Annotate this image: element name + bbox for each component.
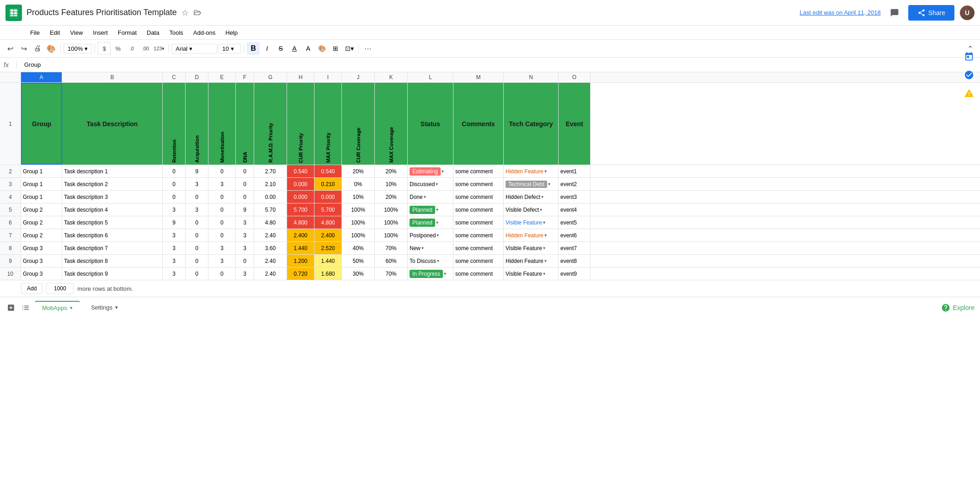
- cell-f2[interactable]: 0: [236, 165, 254, 177]
- cell-d7[interactable]: 0: [186, 229, 208, 241]
- cell-l8[interactable]: New ▾: [408, 242, 453, 254]
- cell-d1[interactable]: Acquisition: [186, 83, 208, 165]
- cell-n6[interactable]: Visible Feature ▾: [504, 216, 559, 229]
- cell-a3[interactable]: Group 1: [21, 178, 62, 190]
- cell-k10[interactable]: 70%: [375, 267, 408, 280]
- cell-i2[interactable]: 0.540: [314, 165, 342, 177]
- star-icon[interactable]: ☆: [181, 8, 189, 18]
- cell-g1[interactable]: R.A.M.D. Priority: [254, 83, 287, 165]
- menu-view[interactable]: View: [65, 27, 87, 38]
- cell-n4[interactable]: Hidden Defect ▾: [504, 191, 559, 203]
- share-button[interactable]: Share: [908, 5, 954, 21]
- cell-o8[interactable]: event7: [559, 242, 591, 254]
- user-avatar[interactable]: U: [960, 5, 975, 20]
- cell-c3[interactable]: 0: [163, 178, 186, 190]
- cell-k4[interactable]: 20%: [375, 191, 408, 203]
- col-header-g[interactable]: G: [254, 72, 287, 82]
- cell-c8[interactable]: 3: [163, 242, 186, 254]
- cell-e3[interactable]: 3: [208, 178, 236, 190]
- menu-edit[interactable]: Edit: [45, 27, 64, 38]
- tech-dropdown-icon[interactable]: ▾: [541, 194, 543, 199]
- cell-i4[interactable]: 0.000: [314, 191, 342, 203]
- cell-b1[interactable]: Task Description: [62, 83, 163, 165]
- tech-dropdown-icon[interactable]: ▾: [540, 207, 542, 212]
- add-rows-button[interactable]: Add: [21, 283, 43, 294]
- cell-m5[interactable]: some comment: [453, 203, 504, 216]
- cell-e5[interactable]: 0: [208, 203, 236, 216]
- explore-button[interactable]: Explore: [941, 303, 975, 312]
- text-color-button[interactable]: A: [302, 42, 314, 55]
- cell-o3[interactable]: event2: [559, 178, 591, 190]
- cell-b7[interactable]: Task description 6: [62, 229, 163, 241]
- cell-c9[interactable]: 3: [163, 255, 186, 267]
- cell-a4[interactable]: Group 1: [21, 191, 62, 203]
- cell-m7[interactable]: some comment: [453, 229, 504, 241]
- cell-m3[interactable]: some comment: [453, 178, 504, 190]
- cell-d5[interactable]: 3: [186, 203, 208, 216]
- cell-f10[interactable]: 3: [236, 267, 254, 280]
- cell-j7[interactable]: 100%: [342, 229, 375, 241]
- sheet-tab-mobapps[interactable]: MobApps ▾: [35, 301, 80, 314]
- status-dropdown-icon[interactable]: ▾: [424, 194, 426, 199]
- cell-h2[interactable]: 0.540: [287, 165, 314, 177]
- cell-h4[interactable]: 0.000: [287, 191, 314, 203]
- status-dropdown-icon[interactable]: ▾: [444, 271, 446, 276]
- cell-j10[interactable]: 30%: [342, 267, 375, 280]
- font-size-control[interactable]: 10 ▾: [218, 44, 241, 53]
- cell-j9[interactable]: 50%: [342, 255, 375, 267]
- cell-d10[interactable]: 0: [186, 267, 208, 280]
- cell-o10[interactable]: event9: [559, 267, 591, 280]
- tech-dropdown-icon[interactable]: ▾: [544, 233, 547, 238]
- cell-n2[interactable]: Hidden Feature ▾: [504, 165, 559, 177]
- cell-e4[interactable]: 0: [208, 191, 236, 203]
- cell-d8[interactable]: 0: [186, 242, 208, 254]
- cell-j5[interactable]: 100%: [342, 203, 375, 216]
- cell-c4[interactable]: 0: [163, 191, 186, 203]
- col-header-b[interactable]: B: [62, 72, 163, 82]
- percent-button[interactable]: %: [112, 42, 124, 55]
- cell-o7[interactable]: event6: [559, 229, 591, 241]
- cell-h7[interactable]: 2.400: [287, 229, 314, 241]
- col-header-n[interactable]: N: [504, 72, 559, 82]
- cell-o9[interactable]: event8: [559, 255, 591, 267]
- col-header-c[interactable]: C: [163, 72, 186, 82]
- cell-i7[interactable]: 2.400: [314, 229, 342, 241]
- cell-c7[interactable]: 3: [163, 229, 186, 241]
- menu-addons[interactable]: Add-ons: [189, 27, 220, 38]
- cell-k5[interactable]: 100%: [375, 203, 408, 216]
- cell-f6[interactable]: 3: [236, 216, 254, 229]
- cell-j6[interactable]: 100%: [342, 216, 375, 229]
- cell-k3[interactable]: 10%: [375, 178, 408, 190]
- cell-a10[interactable]: Group 3: [21, 267, 62, 280]
- cell-l4[interactable]: Done ▾: [408, 191, 453, 203]
- col-header-a[interactable]: A: [21, 72, 62, 82]
- sidebar-tasks-icon[interactable]: [962, 68, 976, 82]
- cell-o6[interactable]: event5: [559, 216, 591, 229]
- cell-a1[interactable]: Group: [21, 83, 62, 165]
- cell-o2[interactable]: event1: [559, 165, 591, 177]
- cell-a9[interactable]: Group 3: [21, 255, 62, 267]
- cell-b8[interactable]: Task description 7: [62, 242, 163, 254]
- cell-a5[interactable]: Group 2: [21, 203, 62, 216]
- more-button[interactable]: ⋯: [362, 42, 374, 55]
- cell-f1[interactable]: DNA: [236, 83, 254, 165]
- borders-button[interactable]: ⊞: [329, 42, 342, 55]
- cell-n7[interactable]: Hidden Feature ▾: [504, 229, 559, 241]
- cell-i9[interactable]: 1.440: [314, 255, 342, 267]
- cell-a6[interactable]: Group 2: [21, 216, 62, 229]
- cell-l3[interactable]: Discussed ▾: [408, 178, 453, 190]
- underline-button[interactable]: A: [288, 42, 301, 55]
- cell-b10[interactable]: Task description 9: [62, 267, 163, 280]
- col-header-e[interactable]: E: [208, 72, 236, 82]
- folder-icon[interactable]: 🗁: [193, 8, 202, 17]
- rows-input[interactable]: [46, 283, 74, 294]
- cell-c6[interactable]: 9: [163, 216, 186, 229]
- status-dropdown-icon[interactable]: ▾: [437, 258, 439, 263]
- cell-i10[interactable]: 1.680: [314, 267, 342, 280]
- cell-d6[interactable]: 0: [186, 216, 208, 229]
- italic-button[interactable]: I: [261, 42, 273, 55]
- cell-j1[interactable]: CUR Coverage: [342, 83, 375, 165]
- tech-dropdown-icon[interactable]: ▾: [543, 246, 545, 251]
- cell-i5[interactable]: 5.700: [314, 203, 342, 216]
- cell-d3[interactable]: 3: [186, 178, 208, 190]
